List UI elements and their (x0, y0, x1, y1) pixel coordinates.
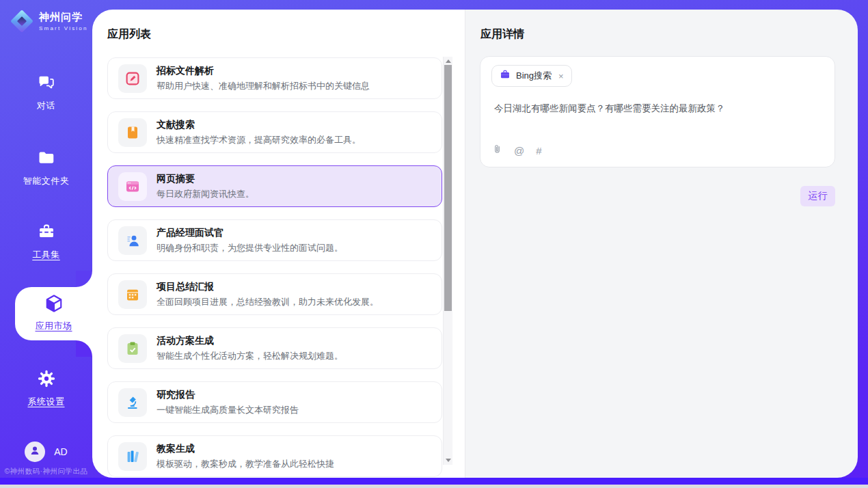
app-card-event-plan[interactable]: 活动方案生成 智能生成个性化活动方案，轻松解决规划难题。 (107, 327, 442, 369)
app-card-research-report[interactable]: 研究报告 一键智能生成高质量长文本研究报告 (107, 381, 442, 423)
at-icon[interactable]: @ (514, 145, 524, 157)
active-notch-top (76, 271, 92, 287)
app-list-panel: 应用列表 招标文件解析 帮助用户快速、准确地理解和解析招标书中的关键信息 (92, 10, 465, 478)
app-card-web-summary[interactable]: 网页摘要 每日政府新闻资讯快查。 (107, 165, 442, 207)
bottom-accent-bar (0, 478, 868, 485)
app-detail-panel: 应用详情 Bing搜索 × 今日湖北有哪些新闻要点？有哪些需要关注的最新政策？ (465, 10, 858, 478)
prompt-card: Bing搜索 × 今日湖北有哪些新闻要点？有哪些需要关注的最新政策？ @ # (480, 56, 835, 167)
sidebar-item-label: 应用市场 (36, 320, 72, 332)
app-card-lesson-plan[interactable]: 教案生成 模板驱动，教案秒成，教学准备从此轻松快捷 (107, 435, 442, 477)
sidebar-item-settings[interactable]: 系统设置 (0, 369, 92, 408)
brand-name: 神州问学 (39, 11, 88, 24)
microscope-icon (118, 388, 147, 417)
app-window: 神州问学 Smart Vision 对话 智能文件夹 (0, 0, 868, 488)
sidebar-item-label: 系统设置 (28, 396, 65, 408)
active-notch-bottom (76, 340, 92, 357)
gear-icon (37, 369, 56, 391)
app-card-title: 招标文件解析 (157, 65, 370, 77)
app-card-title: 教案生成 (157, 443, 334, 455)
report-calendar-icon (118, 280, 147, 309)
attachment-toolbar: @ # (492, 143, 542, 158)
app-card-desc: 明确身份和职责，为您提供专业性的面试问题。 (157, 242, 343, 254)
app-list-scrollbar[interactable] (443, 57, 452, 465)
paperclip-icon[interactable] (492, 143, 502, 158)
app-card-desc: 一键智能生成高质量长文本研究报告 (157, 404, 299, 416)
interviewer-icon (118, 226, 147, 255)
app-card-desc: 帮助用户快速、准确地理解和解析招标书中的关键信息 (157, 80, 370, 92)
briefcase-icon (500, 69, 511, 83)
app-card-desc: 模板驱动，教案秒成，教学准备从此轻松快捷 (157, 458, 334, 470)
app-card-desc: 全面回顾项目进展，总结经验教训，助力未来优化发展。 (157, 296, 379, 308)
clipboard-check-icon (118, 334, 147, 363)
sidebar-item-chat[interactable]: 对话 (0, 73, 92, 112)
app-card-pm-interviewer[interactable]: 产品经理面试官 明确身份和职责，为您提供专业性的面试问题。 (107, 219, 442, 261)
sidebar-item-smart-folder[interactable]: 智能文件夹 (0, 148, 92, 187)
app-card-title: 活动方案生成 (157, 335, 343, 347)
sidebar-item-label: 工具集 (32, 249, 60, 261)
app-card-title: 文献搜索 (157, 119, 361, 131)
books-icon (118, 442, 147, 471)
app-detail-title: 应用详情 (480, 27, 524, 42)
app-card-title: 项目总结汇报 (157, 281, 379, 293)
scroll-down-icon[interactable] (446, 459, 451, 462)
sidebar-item-label: 对话 (37, 100, 55, 112)
prompt-input[interactable]: 今日湖北有哪些新闻要点？有哪些需要关注的最新政策？ (494, 102, 821, 116)
sidebar-item-label: 智能文件夹 (23, 175, 70, 187)
app-card-literature-search[interactable]: 文献搜索 快速精准查找学术资源，提高研究效率的必备工具。 (107, 111, 442, 153)
doc-edit-icon (118, 64, 147, 93)
app-card-desc: 快速精准查找学术资源，提高研究效率的必备工具。 (157, 134, 361, 146)
tool-chip-bing-search[interactable]: Bing搜索 × (491, 65, 572, 87)
user-avatar-icon (29, 444, 41, 459)
hash-icon[interactable]: # (536, 145, 541, 157)
app-card-tender-parse[interactable]: 招标文件解析 帮助用户快速、准确地理解和解析招标书中的关键信息 (107, 57, 442, 99)
app-card-title: 网页摘要 (157, 173, 254, 185)
chat-icon (37, 73, 56, 95)
app-card-project-summary[interactable]: 项目总结汇报 全面回顾项目进展，总结经验教训，助力未来优化发展。 (107, 273, 442, 315)
brand-logo-icon (11, 10, 33, 32)
avatar (25, 442, 45, 462)
brand-logo: 神州问学 Smart Vision (11, 10, 88, 32)
user-initials: AD (54, 446, 67, 457)
sidebar-footer: ©神州数码·神州问学出品 (0, 467, 92, 476)
sidebar: 神州问学 Smart Vision 对话 智能文件夹 (0, 0, 92, 478)
app-card-desc: 智能生成个性化活动方案，轻松解决规划难题。 (157, 350, 343, 362)
user-profile[interactable]: AD (0, 442, 92, 462)
app-card-desc: 每日政府新闻资讯快查。 (157, 188, 254, 200)
app-card-title: 产品经理面试官 (157, 227, 343, 239)
app-list-title: 应用列表 (107, 27, 151, 42)
toolbox-icon (37, 222, 56, 244)
book-icon (118, 118, 147, 147)
scrollbar-thumb[interactable] (444, 65, 452, 311)
brand-tagline: Smart Vision (39, 25, 88, 31)
bottom-edge-strip (0, 485, 868, 488)
run-button[interactable]: 运行 (800, 186, 835, 206)
content-area: 应用列表 招标文件解析 帮助用户快速、准确地理解和解析招标书中的关键信息 (92, 10, 858, 478)
app-card-title: 研究报告 (157, 389, 299, 401)
sidebar-item-app-market[interactable]: 应用市场 (15, 287, 92, 340)
close-icon[interactable]: × (558, 71, 564, 81)
folder-icon (37, 148, 56, 170)
scroll-up-icon[interactable] (446, 59, 451, 63)
app-list: 招标文件解析 帮助用户快速、准确地理解和解析招标书中的关键信息 文献搜索 快速精… (107, 57, 442, 478)
browser-code-icon (118, 172, 147, 201)
cube-icon (44, 293, 64, 316)
tool-chip-label: Bing搜索 (516, 70, 552, 82)
sidebar-item-toolset[interactable]: 工具集 (0, 222, 92, 261)
